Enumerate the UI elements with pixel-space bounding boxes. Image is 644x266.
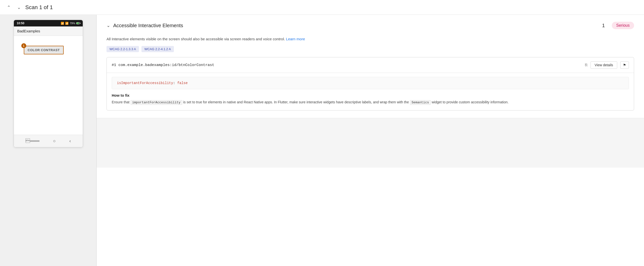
- main-content: 10:50 📶 📶 79% BadExamples: [0, 15, 644, 266]
- nav-back-icon[interactable]: ‹: [69, 138, 71, 144]
- learn-more-link[interactable]: Learn more: [286, 37, 305, 41]
- nav-up-button[interactable]: ⌃: [5, 4, 13, 11]
- empty-bottom: [96, 118, 644, 168]
- code-colon: :: [173, 81, 175, 85]
- wcag-tag-2: WCAG 2.2-4.1.2 A: [142, 46, 174, 52]
- nav-home-icon[interactable]: ○: [53, 138, 56, 144]
- how-to-fix-section: How to fix Ensure that importantForAcces…: [107, 93, 634, 110]
- color-contrast-button[interactable]: COLOR CONTRAST: [24, 46, 64, 54]
- flag-button[interactable]: ⚑: [620, 61, 629, 69]
- collapse-icon[interactable]: ⌄: [106, 23, 110, 28]
- scan-title: Scan 1 of 1: [25, 4, 53, 11]
- code-block: isImportantForAccessibility: false: [112, 77, 629, 89]
- issue-count: 1: [602, 23, 605, 28]
- issue-body: All Interactive elements visible on the …: [96, 36, 644, 118]
- copy-icon[interactable]: ⎘: [585, 63, 588, 67]
- signal-icon: 📶: [61, 22, 64, 25]
- issue-header: ⌄ Accessible Interactive Elements 1 Seri…: [96, 15, 644, 36]
- left-panel: 10:50 📶 📶 79% BadExamples: [0, 15, 96, 266]
- device-bottom-nav: ═══ ○ ‹: [14, 135, 83, 147]
- issue-title: Accessible Interactive Elements: [113, 23, 599, 28]
- right-panel: ⌄ Accessible Interactive Elements 1 Seri…: [96, 15, 644, 266]
- issue-card-header: #1 com.example.badexamples:id/btnColorCo…: [107, 57, 634, 73]
- nav-menu-icon[interactable]: ═══: [26, 138, 40, 144]
- status-time: 10:50: [17, 21, 24, 25]
- app-name-label: BadExamples: [17, 29, 40, 33]
- battery-fill: [76, 22, 79, 24]
- battery-indicator: [76, 22, 80, 24]
- issue-badge: 1: [21, 43, 26, 48]
- wcag-tags: WCAG 2.2-1.3.3 A WCAG 2.2-4.1.2 A: [106, 46, 634, 52]
- issue-description: All Interactive elements visible on the …: [106, 36, 634, 42]
- nav-down-button[interactable]: ⌄: [15, 4, 23, 11]
- battery-percent: 79%: [70, 22, 75, 25]
- view-details-button[interactable]: View details: [590, 61, 617, 69]
- how-to-fix-text: Ensure that importantForAccessibility is…: [112, 99, 629, 105]
- color-contrast-wrapper: 1 COLOR CONTRAST: [24, 46, 64, 54]
- device-status-bar: 10:50 📶 📶 79%: [14, 20, 83, 26]
- top-bar: ⌃ ⌄ Scan 1 of 1: [0, 0, 644, 15]
- inline-code-1: importantForAccessibility: [130, 100, 182, 105]
- device-body: 1 COLOR CONTRAST: [14, 36, 83, 135]
- issue-card: #1 com.example.badexamples:id/btnColorCo…: [106, 57, 634, 111]
- battery-bar: [76, 22, 80, 24]
- how-to-fix-title: How to fix: [112, 93, 629, 97]
- code-value: false: [177, 81, 188, 85]
- wcag-tag-1: WCAG 2.2-1.3.3 A: [106, 46, 139, 52]
- status-icons: 📶 📶 79%: [61, 22, 80, 25]
- code-line: isImportantForAccessibility: false: [117, 81, 624, 85]
- severity-badge: Serious: [612, 22, 634, 29]
- wifi-icon: 📶: [65, 22, 68, 25]
- issue-id: #1 com.example.badexamples:id/btnColorCo…: [112, 63, 582, 67]
- device-app-header: BadExamples: [14, 26, 83, 36]
- device-frame: 10:50 📶 📶 79% BadExamples: [14, 20, 83, 147]
- inline-code-2: Semantics: [410, 100, 431, 105]
- code-key: isImportantForAccessibility: [117, 81, 173, 85]
- issue-section: ⌄ Accessible Interactive Elements 1 Seri…: [96, 15, 644, 118]
